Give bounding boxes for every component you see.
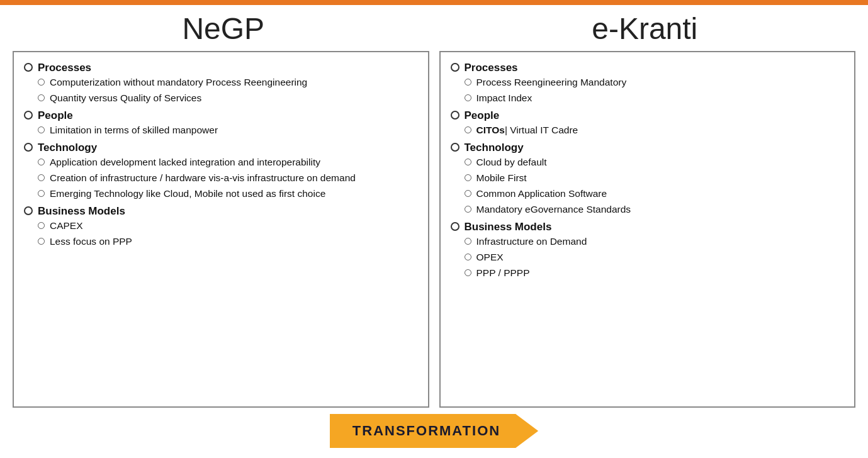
bullet-outer — [24, 206, 33, 215]
bullet-outer — [451, 222, 459, 231]
sub-item-text: Quantity versus Quality of Services — [50, 92, 201, 105]
sub-item-text: Process Reengineering Mandatory — [476, 76, 627, 89]
list-item: CAPEX — [38, 220, 418, 233]
negp-panel: Processes Computerization without mandat… — [13, 51, 429, 408]
bullet-inner — [38, 126, 45, 133]
bullet-inner — [38, 94, 45, 101]
sub-item-text: PPP / PPPP — [476, 267, 530, 280]
top-border — [0, 0, 868, 5]
list-item: Process Reengineering Mandatory — [465, 76, 845, 89]
sub-item-text: Application development lacked integrati… — [50, 156, 320, 169]
section-heading-row: Processes — [24, 61, 418, 75]
bullet-outer — [24, 143, 33, 152]
bullet-outer — [24, 111, 33, 120]
sub-item-text: Mandatory eGovernance Standards — [476, 203, 631, 216]
titles-row: NeGP e-Kranti — [13, 11, 855, 46]
sub-list: Process Reengineering Mandatory Impact I… — [465, 76, 845, 105]
list-item: Processes Process Reengineering Mandator… — [451, 61, 845, 105]
section-heading-row: Technology — [24, 141, 418, 155]
sub-item-text: Creation of infrastructure / hardware vi… — [50, 172, 356, 185]
bullet-outer — [24, 63, 33, 72]
section-heading: People — [465, 109, 500, 123]
section-heading: Technology — [465, 141, 524, 155]
bullet-inner — [465, 94, 471, 101]
bullet-inner — [465, 238, 471, 245]
list-item: Processes Computerization without mandat… — [24, 61, 418, 105]
section-heading: People — [38, 109, 73, 123]
section-heading-row: People — [451, 109, 845, 123]
section-heading-row: Technology — [451, 141, 845, 155]
bullet-inner — [465, 190, 471, 197]
list-item: Impact Index — [465, 92, 845, 105]
list-item: Common Application Software — [465, 187, 845, 201]
section-heading: Business Models — [38, 204, 125, 218]
sub-list: Cloud by default Mobile First Common App… — [465, 156, 845, 216]
sub-item-text: Cloud by default — [476, 156, 547, 169]
transformation-arrow: TRANSFORMATION — [330, 414, 538, 448]
bullet-inner — [465, 269, 471, 276]
sub-list: Application development lacked integrati… — [38, 156, 418, 201]
list-item: Infrastructure on Demand — [465, 235, 845, 249]
sub-item-text: Common Application Software — [476, 187, 607, 201]
transformation-label: TRANSFORMATION — [330, 414, 538, 448]
transformation-row: TRANSFORMATION — [13, 408, 855, 452]
sub-list: CITOs​| Virtual IT Cadre — [465, 124, 845, 137]
sub-list: Infrastructure on Demand OPEX PPP / PPPP — [465, 235, 845, 280]
section-heading: Business Models — [465, 220, 552, 234]
bullet-inner — [38, 159, 45, 165]
section-heading-row: People — [24, 109, 418, 123]
bullet-inner — [38, 174, 45, 181]
list-item: Mandatory eGovernance Standards — [465, 203, 845, 216]
section-heading-row: Business Models — [451, 220, 845, 234]
list-item: Limitation in terms of skilled manpower — [38, 124, 418, 137]
sub-item-text: Infrastructure on Demand — [476, 235, 587, 249]
section-heading: Processes — [465, 61, 518, 75]
section-heading-row: Processes — [451, 61, 845, 75]
section-heading: Processes — [38, 61, 91, 75]
list-item: PPP / PPPP — [465, 267, 845, 280]
list-item: Less focus on PPP — [38, 235, 418, 249]
sub-list: Computerization without mandatory Proces… — [38, 76, 418, 105]
sub-item-text: Impact Index — [476, 92, 533, 105]
list-item: Quantity versus Quality of Services — [38, 92, 418, 105]
list-item: CITOs​| Virtual IT Cadre — [465, 124, 845, 137]
ekranti-list: Processes Process Reengineering Mandator… — [451, 61, 845, 280]
negp-list: Processes Computerization without mandat… — [24, 61, 418, 249]
sub-item-text: Limitation in terms of skilled manpower — [50, 124, 218, 137]
bullet-inner — [38, 190, 45, 197]
sub-item-text: CAPEX — [50, 220, 83, 233]
list-item: Business Models CAPEX Less focus on PPP — [24, 204, 418, 249]
section-heading: Technology — [38, 141, 97, 155]
negp-title: NeGP — [13, 11, 434, 46]
list-item: People CITOs​| Virtual IT Cadre — [451, 109, 845, 137]
bullet-outer — [451, 63, 459, 72]
sub-item-text: OPEX — [476, 251, 504, 264]
list-item: Mobile First — [465, 172, 845, 185]
list-item: OPEX — [465, 251, 845, 264]
sub-list: CAPEX Less focus on PPP — [38, 220, 418, 249]
sub-item-text: Less focus on PPP — [50, 235, 132, 249]
bullet-inner — [38, 222, 45, 229]
list-item: Cloud by default — [465, 156, 845, 169]
bullet-inner — [465, 159, 471, 165]
list-item: Computerization without mandatory Proces… — [38, 76, 418, 89]
bullet-inner — [38, 238, 45, 245]
bullet-outer — [451, 111, 459, 120]
bullet-inner — [465, 254, 471, 260]
ekranti-title: e-Kranti — [434, 11, 856, 46]
bullet-inner — [465, 126, 471, 133]
content-row: Processes Computerization without mandat… — [13, 51, 855, 408]
list-item: Emerging Technology like Cloud, Mobile n… — [38, 187, 418, 201]
ekranti-panel: Processes Process Reengineering Mandator… — [439, 51, 856, 408]
bullet-outer — [451, 143, 459, 152]
sub-list: Limitation in terms of skilled manpower — [38, 124, 418, 137]
bullet-inner — [465, 206, 471, 213]
list-item: Application development lacked integrati… — [38, 156, 418, 169]
section-heading-row: Business Models — [24, 204, 418, 218]
list-item: Technology Application development lacke… — [24, 141, 418, 201]
main-container: NeGP e-Kranti Processes Computerization … — [0, 5, 868, 458]
sub-item-text: CITOs​| Virtual IT Cadre — [476, 124, 578, 137]
list-item: People Limitation in terms of skilled ma… — [24, 109, 418, 137]
list-item: Technology Cloud by default Mobile First — [451, 141, 845, 216]
bullet-inner — [38, 79, 45, 86]
